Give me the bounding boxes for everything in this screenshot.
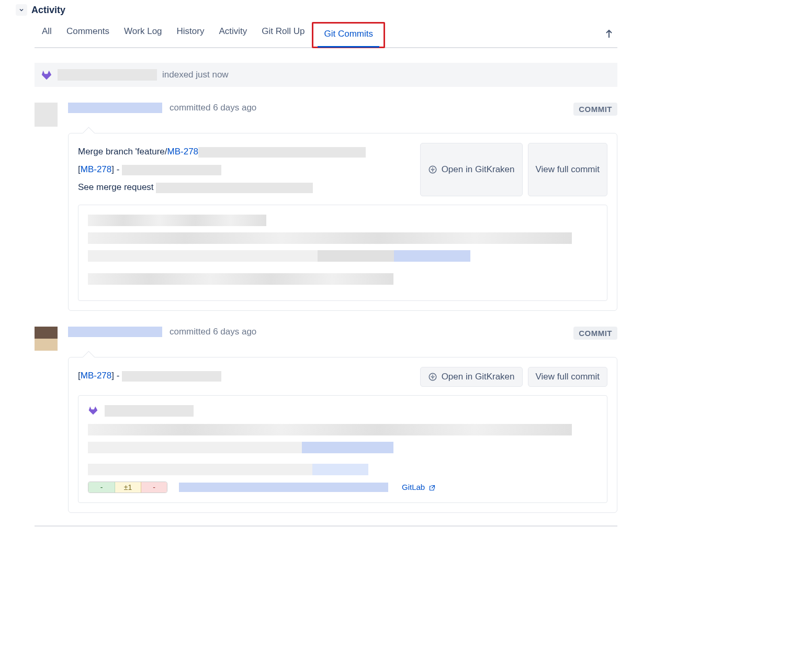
- redacted-line: [88, 215, 266, 226]
- redacted-line: [88, 424, 572, 435]
- commit-meta: committed 6 days ago: [170, 327, 256, 337]
- open-gitkraken-label: Open in GitKraken: [442, 164, 515, 175]
- bracket-close: ] -: [111, 164, 122, 174]
- redacted-text: [198, 147, 366, 158]
- redacted-repo-name: [58, 69, 157, 81]
- tab-all[interactable]: All: [35, 22, 59, 47]
- gitlab-icon: [88, 405, 99, 417]
- redacted-line: [88, 442, 393, 453]
- issue-link[interactable]: MB-278: [81, 164, 112, 174]
- external-link-icon: [429, 484, 435, 493]
- commit-details-panel: - ±1 - GitLab: [78, 395, 607, 503]
- tab-history[interactable]: History: [170, 22, 212, 47]
- commit-body: [MB-278] - Open in GitKraken View full c…: [68, 357, 617, 513]
- bracket-close: ] -: [111, 371, 122, 381]
- redacted-text: [156, 183, 313, 193]
- gitkraken-icon: [428, 372, 437, 382]
- view-full-commit-label: View full commit: [536, 164, 600, 175]
- diff-modifications: ±1: [115, 482, 141, 493]
- redacted-text: [105, 405, 194, 417]
- sort-order-button[interactable]: [601, 26, 617, 44]
- tab-gitrollup[interactable]: Git Roll Up: [254, 22, 312, 47]
- gitlab-link[interactable]: GitLab: [402, 483, 435, 493]
- open-gitkraken-button[interactable]: Open in GitKraken: [420, 143, 523, 196]
- view-full-commit-button[interactable]: View full commit: [528, 143, 608, 196]
- tab-activity[interactable]: Activity: [211, 22, 254, 47]
- tab-worklog[interactable]: Work Log: [117, 22, 169, 47]
- gitlab-icon: [41, 69, 52, 81]
- gitlab-link-label: GitLab: [402, 483, 425, 491]
- issue-link[interactable]: MB-278: [81, 371, 112, 381]
- index-status-text: indexed just now: [162, 70, 229, 80]
- commit-item: committed 6 days ago COMMIT Merge branch…: [35, 103, 617, 311]
- commit-badge: COMMIT: [573, 327, 617, 340]
- redacted-text: [122, 165, 221, 175]
- commit-message: Merge branch 'feature/MB-278 [MB-278] - …: [78, 143, 410, 196]
- merge-branch-prefix: Merge branch 'feature/: [78, 147, 167, 156]
- index-status-bar: indexed just now: [35, 63, 617, 87]
- issue-link[interactable]: MB-278: [167, 147, 199, 156]
- redacted-text: [122, 371, 221, 382]
- commit-body: Merge branch 'feature/MB-278 [MB-278] - …: [68, 133, 617, 311]
- redacted-line: [88, 273, 393, 285]
- tab-comments[interactable]: Comments: [59, 22, 117, 47]
- diff-deletions: -: [141, 482, 167, 493]
- commit-item: committed 6 days ago COMMIT [MB-278] - O…: [35, 327, 617, 513]
- commit-message: [MB-278] -: [78, 367, 410, 387]
- collapse-toggle[interactable]: [16, 4, 27, 16]
- diff-additions: -: [88, 482, 115, 493]
- redacted-author: [68, 103, 162, 113]
- view-full-commit-label: View full commit: [536, 372, 600, 382]
- see-merge-label: See merge request: [78, 182, 156, 192]
- divider: [35, 525, 617, 527]
- redacted-line: [88, 250, 470, 262]
- commit-meta: committed 6 days ago: [170, 103, 256, 113]
- view-full-commit-button[interactable]: View full commit: [528, 367, 608, 387]
- redacted-commit-hash: [179, 483, 388, 492]
- open-gitkraken-button[interactable]: Open in GitKraken: [420, 367, 523, 387]
- commit-badge: COMMIT: [573, 103, 617, 116]
- redacted-line: [88, 464, 368, 475]
- open-gitkraken-label: Open in GitKraken: [442, 372, 515, 382]
- diff-stats: - ±1 -: [88, 482, 167, 493]
- redacted-line: [88, 232, 572, 244]
- commit-details-panel: [78, 205, 607, 301]
- redacted-author: [68, 327, 162, 337]
- tabs-row: All Comments Work Log History Activity G…: [35, 22, 617, 48]
- gitkraken-icon: [428, 165, 437, 174]
- avatar: [35, 327, 58, 351]
- section-title: Activity: [31, 5, 65, 16]
- tab-gitcommits[interactable]: Git Commits: [312, 22, 385, 48]
- avatar: [35, 103, 58, 127]
